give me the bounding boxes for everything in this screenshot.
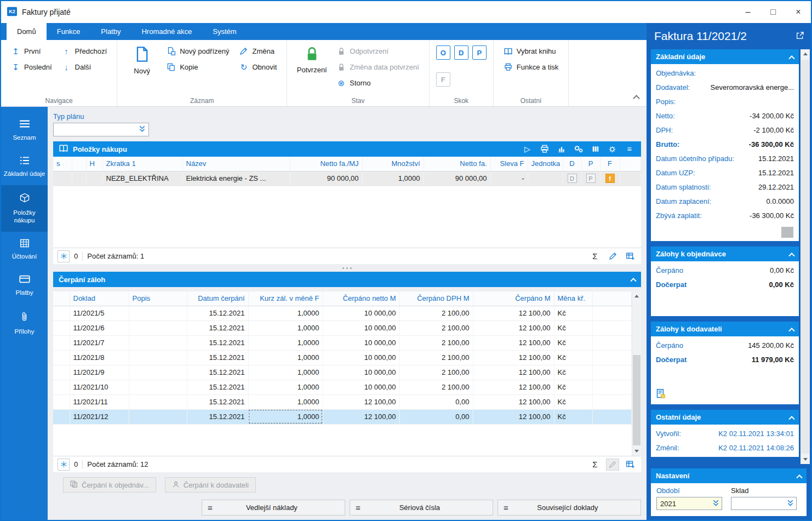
undock-icon[interactable] — [796, 31, 804, 42]
column-header-Název[interactable]: Název — [182, 157, 290, 171]
tab-hromadné-akce[interactable]: Hromadné akce — [131, 23, 202, 40]
sum-icon[interactable]: Σ — [588, 459, 602, 471]
scroll-thumb[interactable] — [633, 355, 641, 445]
table-row[interactable]: 11/2021/1215.12.20211,000012 100,000,001… — [53, 409, 632, 424]
table-row[interactable]: 11/2021/515.12.20211,000010 000,002 100,… — [53, 306, 632, 320]
color-swatch[interactable] — [781, 227, 793, 238]
column-header-Kurz zál. v měně F[interactable]: Kurz zál. v měně F — [248, 291, 323, 306]
jump-d-button[interactable]: D — [454, 45, 468, 60]
copy-button[interactable]: Kopie — [163, 60, 232, 74]
column-header-Čerpáno M[interactable]: Čerpáno M — [473, 291, 554, 306]
maximize-button[interactable]: □ — [760, 1, 786, 23]
tab-systém[interactable]: Systém — [202, 23, 247, 40]
scroll-down-icon[interactable] — [632, 446, 641, 456]
freeze-filter-icon[interactable] — [58, 250, 70, 262]
print-icon[interactable] — [538, 143, 551, 155]
column-header-Měna kř.[interactable]: Měna kř. — [554, 291, 592, 306]
columns-icon[interactable] — [589, 143, 602, 155]
vertical-scrollbar[interactable] — [632, 291, 641, 456]
column-header-Zkratka 1[interactable]: Zkratka 1 — [102, 157, 182, 171]
grid-edit-icon[interactable] — [624, 459, 637, 471]
column-header-Čerpáno netto M[interactable]: Čerpáno netto M — [323, 291, 399, 306]
column-header-Netto fa./MJ[interactable]: Netto fa./MJ — [290, 157, 362, 171]
plan-type-combo[interactable] — [53, 123, 149, 136]
detail-scrollbar[interactable] — [800, 49, 810, 464]
table-row[interactable]: 11/2021/715.12.20211,000010 000,002 100,… — [53, 335, 632, 350]
unconfirm-button[interactable]: Odpotvrzení — [333, 44, 422, 58]
functions-print-button[interactable]: Funkce a tisk — [500, 60, 562, 74]
select-book-button[interactable]: Vybrat knihu — [500, 44, 562, 58]
table-row[interactable]: 11/2021/815.12.20211,000010 000,002 100,… — [53, 350, 632, 365]
sum-icon[interactable]: Σ — [588, 250, 602, 262]
last-button[interactable]: ↧Poslední — [8, 60, 55, 74]
scroll-thumb[interactable] — [801, 60, 809, 454]
first-button[interactable]: ↥První — [8, 44, 55, 58]
column-header-blank[interactable] — [72, 157, 86, 171]
settings-gear-icon[interactable] — [606, 143, 619, 155]
section-header[interactable]: Nastavení — [651, 468, 807, 483]
sidebar-item-seznam[interactable]: Seznam — [1, 112, 48, 149]
bottom-button-související-doklady[interactable]: ≡Související doklady — [498, 500, 641, 516]
previous-button[interactable]: ↑Předchozí — [59, 44, 111, 58]
section-header[interactable]: Ostatní údaje — [651, 410, 799, 425]
change-button[interactable]: Změna — [236, 44, 280, 58]
collapse-chevron-icon[interactable] — [788, 416, 794, 422]
jump-f-button[interactable]: F — [436, 72, 450, 87]
gears-icon[interactable] — [572, 143, 585, 155]
new-child-button[interactable]: Nový podřízený — [163, 44, 232, 58]
bottom-button-vedlejší-náklady[interactable]: ≡Vedlejší náklady — [202, 500, 345, 516]
column-header-blank[interactable] — [53, 291, 70, 306]
column-header-Jednotka[interactable]: Jednotka — [528, 157, 563, 171]
sidebar-item-prilohy[interactable]: Přílohy — [1, 304, 48, 343]
change-confirm-date-button[interactable]: Změna data potvrzení — [333, 60, 422, 74]
play-icon[interactable]: ▷ — [521, 143, 534, 155]
close-button[interactable]: × — [786, 1, 811, 23]
table-row[interactable]: 11/2021/1115.12.20211,000012 100,000,001… — [53, 394, 632, 409]
sidebar-item-polozky-nakupu[interactable]: Položky nákupu — [1, 185, 48, 231]
new-button[interactable]: Nový — [124, 44, 160, 75]
refresh-button[interactable]: ↻Obnovit — [236, 60, 280, 74]
scroll-up-icon[interactable] — [632, 291, 641, 301]
collapse-chevron-icon[interactable] — [788, 55, 794, 61]
column-header-P[interactable]: P — [581, 157, 600, 171]
tab-platby[interactable]: Platby — [90, 23, 131, 40]
column-header-Popis[interactable]: Popis — [129, 291, 187, 306]
table-row[interactable]: 11/2021/915.12.20211,000010 000,002 100,… — [53, 365, 632, 380]
storno-button[interactable]: ⊗Storno — [333, 76, 422, 90]
column-header-Netto fa.[interactable]: Netto fa. — [424, 157, 490, 171]
column-header-H[interactable]: H — [86, 157, 102, 171]
collapse-chevron-icon[interactable] — [796, 474, 802, 480]
collapse-chevron-icon[interactable] — [788, 328, 794, 334]
period-combo[interactable]: 2021 — [656, 497, 722, 510]
chart-icon[interactable] — [555, 143, 568, 155]
column-header-Datum čerpání[interactable]: Datum čerpání — [187, 291, 248, 306]
collapse-chevron-icon[interactable] — [630, 278, 636, 284]
jump-p-button[interactable]: P — [472, 45, 487, 60]
edit-icon[interactable] — [606, 250, 619, 262]
table-row[interactable]: 11/2021/615.12.20211,000010 000,002 100,… — [53, 320, 632, 335]
jump-o-button[interactable]: O — [436, 45, 450, 60]
collapse-chevron-icon[interactable] — [788, 253, 794, 259]
tab-funkce[interactable]: Funkce — [47, 23, 91, 40]
scroll-down-icon[interactable] — [800, 455, 810, 464]
table-row[interactable]: NEZB_ELEKTŘINAElektrická energie - ZS ..… — [53, 171, 641, 186]
minimize-button[interactable]: – — [735, 1, 760, 23]
menu-icon[interactable]: ≡ — [623, 143, 636, 155]
column-header-F[interactable]: F — [600, 157, 620, 171]
column-header-Čerpáno DPH M[interactable]: Čerpáno DPH M — [399, 291, 473, 306]
tab-domů[interactable]: Domů — [7, 23, 47, 40]
panel-splitter[interactable] — [53, 264, 641, 272]
grid-edit-icon[interactable] — [624, 250, 637, 262]
sidebar-item-uctovani[interactable]: Účtování — [1, 232, 48, 268]
scroll-up-icon[interactable] — [800, 49, 810, 59]
column-header-D[interactable]: D — [563, 157, 581, 171]
section-header[interactable]: Základní údaje — [651, 49, 799, 64]
sidebar-item-platby[interactable]: Platby — [1, 268, 48, 304]
sidebar-item-zakladni-udaje[interactable]: Základní údaje — [1, 149, 48, 186]
invoice-icon[interactable] — [651, 387, 799, 404]
warehouse-combo[interactable] — [731, 497, 797, 510]
bottom-button-sériová-čísla[interactable]: ≡Sériová čísla — [350, 500, 493, 516]
column-header-Množství[interactable]: Množství — [362, 157, 424, 171]
next-button[interactable]: ↓Další — [59, 60, 111, 74]
column-header-Sleva F[interactable]: Sleva F — [490, 157, 528, 171]
